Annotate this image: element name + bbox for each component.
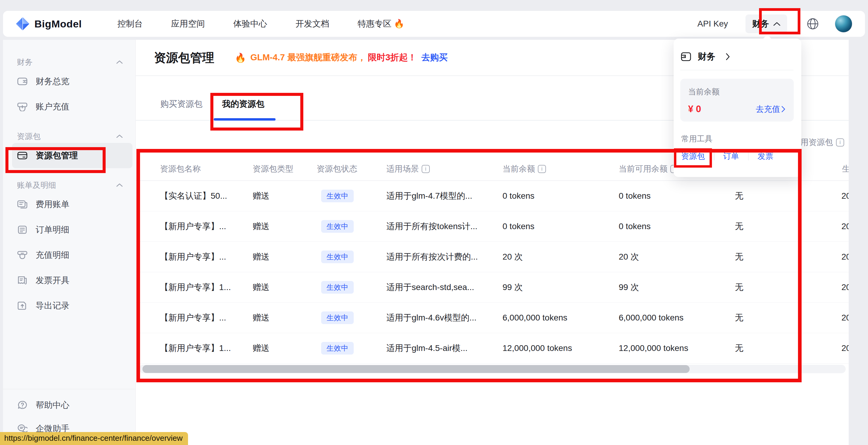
recharge-link[interactable]: 去充值	[756, 104, 785, 114]
cell-status: 生效中	[321, 220, 354, 233]
sidebar-item-充值明细[interactable]: 充值明细	[3, 242, 135, 268]
top-navbar: BigModel 控制台应用空间体验中心开发文档特惠专区 🔥 API Key 财…	[3, 11, 865, 37]
status-badge: 生效中	[321, 250, 354, 263]
sidebar-section-1[interactable]: 资源包	[3, 130, 135, 143]
sidebar-item-label: 导出记录	[36, 300, 69, 311]
cell-package-name: 【实名认证】50...	[160, 190, 227, 202]
dropdown-finance-label: 财务	[698, 50, 715, 63]
info-icon[interactable]: i	[538, 165, 546, 173]
divider	[714, 152, 714, 160]
sidebar-section-title: 资源包	[17, 131, 40, 142]
sidebar-section-title: 账单及明细	[17, 180, 56, 191]
cell-balance: 0 tokens	[502, 191, 534, 201]
cell-balance: 99 次	[502, 282, 523, 293]
chevron-up-icon	[116, 60, 123, 64]
promo-banner: 🔥 GLM-4.7 最强旗舰重磅发布， 限时3折起！ 去购买	[235, 52, 447, 64]
cell-balance: 0 tokens	[502, 221, 534, 231]
wallet-icon	[17, 77, 28, 86]
horizontal-scrollbar-thumb[interactable]	[143, 365, 690, 373]
sidebar-item-账户充值[interactable]: 账户充值	[3, 94, 135, 119]
cell-package-name: 【新用户专享】...	[160, 251, 226, 263]
export-icon	[17, 301, 28, 310]
tab-buy-packages[interactable]: 购买资源包	[160, 98, 203, 110]
promo-deal: 限时3折起！	[368, 52, 416, 64]
help-icon	[17, 401, 28, 410]
nav-item-0[interactable]: 控制台	[117, 18, 143, 30]
promo-buy-link[interactable]: 去购买	[421, 52, 447, 64]
nav-item-2[interactable]: 体验中心	[233, 18, 267, 30]
sidebar: 财务 财务总览账户充值资源包 资源包管理账单及明细 费用账单订单明细充值明细发票…	[3, 40, 136, 445]
promo-highlight: GLM-4.7 最强旗舰重磅发布，	[250, 52, 366, 64]
tab-my-packages[interactable]: 我的资源包	[222, 98, 265, 110]
sidebar-item-label: 发票开具	[36, 275, 69, 286]
balance-card: 当前余额 ¥ 0 去充值	[680, 79, 794, 122]
sidebar-item-财务总览[interactable]: 财务总览	[3, 69, 135, 94]
api-key-link[interactable]: API Key	[698, 19, 728, 29]
cell-scene: 适用于glm-4.6v模型的...	[386, 312, 476, 323]
chevron-up-icon	[773, 22, 780, 26]
dropdown-finance-entry[interactable]: 财务	[681, 50, 730, 63]
page-title: 资源包管理	[154, 49, 214, 66]
column-header-生: 生	[842, 163, 849, 174]
common-tools-label: 常用工具	[681, 134, 713, 144]
invoice-icon	[17, 276, 28, 285]
table-row[interactable]: 【新用户专享】1...赠送生效中适用于glm-4.5-air模...12,000…	[136, 333, 849, 364]
cell-start-date-clipped: 20	[841, 191, 849, 201]
finance-nav-label: 财务	[752, 18, 769, 30]
sidebar-footer-帮助中心[interactable]: 帮助中心	[3, 393, 135, 417]
main-nav: 控制台应用空间体验中心开发文档特惠专区 🔥	[117, 18, 404, 30]
language-globe-icon[interactable]	[806, 18, 819, 30]
sidebar-item-label: 充值明细	[36, 249, 69, 261]
user-avatar[interactable]	[835, 15, 852, 33]
cell-status: 生效中	[321, 190, 354, 202]
table-row[interactable]: 【新用户专享】1...赠送生效中适用于search-std,sea...99 次…	[136, 272, 849, 303]
table-row[interactable]: 【实名认证】50...赠送生效中适用于glm-4.7模型的...0 tokens…	[136, 181, 849, 211]
tool-link-发票[interactable]: 发票	[757, 151, 773, 162]
sidebar-item-导出记录[interactable]: 导出记录	[3, 293, 135, 318]
nav-item-3[interactable]: 开发文档	[296, 18, 329, 30]
balance-value: ¥ 0	[688, 104, 701, 114]
wallet-icon	[681, 52, 691, 61]
cell-start-date-clipped: 20	[841, 221, 849, 231]
cell-package-name: 【新用户专享】...	[160, 312, 226, 323]
tool-link-资源包[interactable]: 资源包	[681, 151, 705, 162]
sidebar-item-发票开具[interactable]: 发票开具	[3, 268, 135, 293]
horizontal-scrollbar-track[interactable]	[139, 365, 846, 373]
cell-available-balance: 6,000,000 tokens	[619, 313, 684, 322]
dropdown-divider	[680, 70, 794, 70]
cell-package-type: 赠送	[253, 251, 270, 263]
chevron-right-icon	[725, 53, 730, 60]
cell-deductible: 无	[735, 221, 743, 232]
info-icon[interactable]: i	[422, 165, 430, 173]
recharge-detail-icon	[17, 250, 28, 260]
table-row[interactable]: 【新用户专享】...赠送生效中适用于glm-4.6v模型的...6,000,00…	[136, 303, 849, 333]
chevron-up-icon	[116, 183, 123, 187]
cell-status: 生效中	[321, 250, 354, 263]
brand-logo[interactable]: BigModel	[16, 17, 82, 31]
cell-package-name: 【新用户专享】1...	[160, 282, 231, 293]
cell-deductible: 无	[735, 312, 743, 323]
cell-deductible: 无	[735, 342, 743, 354]
finance-nav-button[interactable]: 财务	[745, 14, 787, 33]
table-row[interactable]: 【新用户专享】...赠送生效中适用于所有按tokens计...0 tokens0…	[136, 211, 849, 242]
sidebar-item-订单明细[interactable]: 订单明细	[3, 217, 135, 242]
sidebar-section-2[interactable]: 账单及明细	[3, 178, 135, 192]
sidebar-item-label: 资源包管理	[36, 150, 78, 161]
cell-available-balance: 20 次	[619, 251, 639, 263]
column-header-资源包名称: 资源包名称	[160, 163, 201, 174]
sidebar-item-费用账单[interactable]: 费用账单	[3, 192, 135, 217]
sidebar-section-0[interactable]: 财务	[3, 56, 135, 69]
tool-link-订单[interactable]: 订单	[723, 151, 739, 162]
nav-item-4[interactable]: 特惠专区 🔥	[358, 18, 404, 30]
table-row[interactable]: 【新用户专享】...赠送生效中适用于所有按次计费的...20 次20 次无20	[136, 242, 849, 272]
brand-name: BigModel	[34, 18, 82, 30]
cell-deductible: 无	[735, 282, 743, 293]
status-badge: 生效中	[321, 190, 354, 202]
status-badge: 生效中	[321, 342, 354, 354]
cell-scene: 适用于glm-4.7模型的...	[386, 190, 472, 202]
cell-scene: 适用于search-std,sea...	[386, 282, 474, 293]
sidebar-item-label: 财务总览	[36, 76, 69, 87]
nav-item-1[interactable]: 应用空间	[171, 18, 205, 30]
cell-available-balance: 12,000,000 tokens	[619, 343, 688, 353]
sidebar-item-资源包管理[interactable]: 资源包管理	[12, 143, 132, 168]
